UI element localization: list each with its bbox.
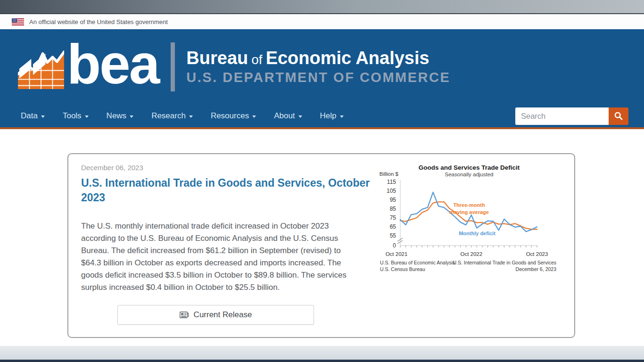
article-date: December 06, 2023 [81, 164, 143, 172]
current-release-button[interactable]: Current Release [117, 305, 314, 325]
chevron-down-icon [252, 115, 256, 118]
nav-item-label: Help [320, 111, 337, 121]
agency-department: U.S. DEPARTMENT OF COMMERCE [186, 70, 450, 85]
nav-item-label: News [107, 111, 127, 121]
x-axis-tick-label: Oct 2022 [460, 251, 482, 257]
y-axis-tick-label: 105 [387, 188, 396, 194]
nav-item-resources[interactable]: Resources [202, 111, 265, 121]
chart-source-line1: U.S. Bureau of Economic Analysis [380, 260, 455, 265]
agency-name-of: of [251, 52, 262, 67]
chart-release-date: December 6, 2023 [516, 266, 557, 272]
chevron-down-icon [298, 115, 302, 118]
nav-items: DataToolsNewsResearchResourcesAboutHelp [12, 111, 353, 121]
y-axis-tick-label: 115 [387, 179, 396, 185]
page: An official website of the United States… [0, 0, 644, 362]
chevron-down-icon [85, 115, 89, 118]
nav-item-label: Resources [211, 111, 249, 121]
y-axis-tick-label: 95 [390, 197, 396, 203]
x-axis-tick-labels: Oct 2021Oct 2022Oct 2023 [386, 251, 548, 257]
agency-name-part2: Economic Analysis [266, 48, 429, 68]
search-box [515, 107, 628, 125]
nav-item-label: Data [21, 111, 38, 121]
moving-average-label-line2: moving average [449, 209, 489, 215]
agency-name-block: BureauofEconomic Analysis U.S. DEPARTMEN… [186, 49, 450, 86]
bea-chart-logo-icon [18, 45, 64, 89]
y-axis-tick-label: 0 [393, 242, 396, 249]
article-body: The U.S. monthly international trade def… [81, 220, 355, 294]
chart-svg: Goods and Services Trade Deficit Seasona… [372, 161, 572, 276]
y-axis-tick-labels: 11510595857565550 [387, 179, 396, 249]
nav-item-tools[interactable]: Tools [54, 111, 98, 121]
current-release-label: Current Release [194, 310, 252, 320]
search-icon [614, 111, 623, 121]
newspaper-icon [180, 311, 189, 319]
chevron-down-icon [189, 115, 193, 118]
nav-item-news[interactable]: News [98, 111, 143, 121]
search-input[interactable] [515, 107, 609, 125]
y-axis-tick-label: 75 [390, 214, 396, 221]
x-axis-tick-label: Oct 2021 [386, 251, 408, 257]
article-title-link[interactable]: U.S. International Trade in Goods and Se… [81, 176, 392, 205]
primary-nav: DataToolsNewsResearchResourcesAboutHelp [0, 105, 644, 129]
nav-item-label: Research [151, 111, 186, 121]
official-banner: An official website of the United States… [0, 14, 644, 29]
x-axis-tick-label: Oct 2023 [526, 251, 548, 257]
moving-average-label-line1: Three-month [453, 202, 485, 208]
chart-title: Goods and Services Trade Deficit [419, 164, 520, 171]
bea-logo-text: bea [67, 39, 158, 89]
nav-item-research[interactable]: Research [142, 111, 202, 121]
chart-subtitle: Seasonally adjusted [445, 172, 494, 177]
agency-name-part1: Bureau [186, 48, 248, 68]
site-header: bea BureauofEconomic Analysis U.S. DEPAR… [0, 29, 644, 105]
y-axis-tick-label: 85 [390, 206, 396, 212]
us-flag-icon [12, 18, 24, 25]
nav-item-label: Tools [63, 111, 82, 121]
nav-item-about[interactable]: About [265, 111, 311, 121]
search-button[interactable] [609, 107, 628, 125]
agency-name: BureauofEconomic Analysis [186, 49, 450, 68]
y-axis-tick-label: 65 [390, 223, 396, 230]
official-banner-text: An official website of the United States… [29, 18, 168, 25]
chart-y-axis-label: Billion $ [380, 171, 399, 177]
nav-item-data[interactable]: Data [12, 111, 54, 121]
chevron-down-icon [130, 115, 133, 118]
y-axis-tick-label: 55 [390, 232, 396, 239]
chevron-down-icon [41, 115, 45, 118]
chart-release-name: U.S. International Trade in Goods and Se… [453, 260, 556, 265]
nav-item-label: About [274, 111, 295, 121]
footer-band [0, 346, 644, 360]
chevron-down-icon [340, 115, 344, 118]
x-axis-ticks [400, 246, 537, 247]
logo-separator [171, 42, 175, 91]
window-title-bar [0, 0, 644, 14]
nav-item-help[interactable]: Help [311, 111, 353, 121]
chart-source-line2: U.S. Census Bureau [380, 266, 425, 272]
footer-bar [0, 360, 644, 362]
trade-deficit-chart: Goods and Services Trade Deficit Seasona… [372, 161, 572, 276]
news-release-card: December 06, 2023 U.S. International Tra… [67, 153, 575, 338]
bea-logo[interactable]: bea [18, 42, 158, 92]
monthly-deficit-label: Monthly deficit [459, 230, 495, 236]
